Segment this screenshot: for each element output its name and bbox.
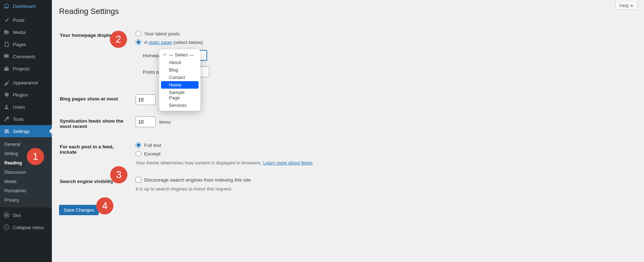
sidebar-label: Dashboard <box>13 4 36 9</box>
help-button[interactable]: Help▼ <box>615 1 638 10</box>
chevron-down-icon: ▼ <box>630 4 634 8</box>
save-changes-button[interactable]: Save Changes <box>59 205 99 215</box>
sidebar-label: Media <box>13 30 25 35</box>
tools-icon <box>3 115 10 123</box>
discourage-search-checkbox[interactable] <box>136 177 141 183</box>
sidebar-label: Users <box>13 104 25 110</box>
annotation-badge-2: 2 <box>110 31 127 48</box>
sidebar-label: Tools <box>13 117 24 122</box>
sidebar-item-media[interactable]: Media <box>0 26 52 38</box>
sidebar-label: Appearance <box>13 80 38 85</box>
comments-icon <box>3 53 10 60</box>
feed-description: Your theme determines how content is dis… <box>136 160 633 165</box>
pages-icon <box>3 41 10 48</box>
sidebar-item-divi[interactable]: Divi <box>0 209 52 221</box>
dashboard-icon <box>3 3 10 10</box>
field-label-blog-pages: Blog pages show at most <box>60 89 131 110</box>
sidebar-item-plugins[interactable]: Plugins <box>0 89 52 101</box>
radio-label-latest[interactable]: Your latest posts <box>144 31 180 36</box>
syndication-input[interactable] <box>136 117 156 127</box>
submenu-item-writing[interactable]: Writing <box>0 149 52 158</box>
syndication-suffix: items <box>159 119 171 125</box>
appearance-icon <box>3 79 10 86</box>
users-icon <box>3 103 10 110</box>
discourage-search-label[interactable]: Discourage search engines from indexing … <box>144 177 251 183</box>
sidebar-item-projects[interactable]: Projects <box>0 63 52 75</box>
field-label-feed-include: For each post in a feed, include <box>60 137 131 171</box>
sidebar-item-pages[interactable]: Pages <box>0 38 52 50</box>
sidebar-item-posts[interactable]: Posts <box>0 14 52 26</box>
field-label-syndication: Syndication feeds show the most recent <box>60 111 131 136</box>
submenu-item-media[interactable]: Media <box>0 177 52 186</box>
collapse-icon <box>3 224 10 231</box>
admin-sidebar: Dashboard Posts Media Pages Comments Pro… <box>0 0 52 262</box>
dropdown-option[interactable]: Services <box>161 102 199 109</box>
sidebar-label: Comments <box>13 54 35 59</box>
collapse-label: Collapse menu <box>13 225 44 230</box>
dropdown-option[interactable]: Contact <box>161 74 199 81</box>
sidebar-item-tools[interactable]: Tools <box>0 113 52 125</box>
sidebar-label: Plugins <box>13 92 28 98</box>
page-title: Reading Settings <box>59 4 637 18</box>
sidebar-label: Divi <box>13 213 21 218</box>
radio-static-page[interactable] <box>136 39 141 45</box>
dropdown-option[interactable]: About <box>161 59 199 66</box>
help-label: Help <box>619 3 629 8</box>
settings-form: Your homepage displays Your latest posts… <box>59 25 637 198</box>
radio-label-excerpt[interactable]: Excerpt <box>144 151 161 157</box>
submenu-item-privacy[interactable]: Privacy <box>0 196 52 205</box>
annotation-badge-1: 1 <box>27 148 44 165</box>
projects-icon <box>3 65 10 72</box>
dropdown-option[interactable]: Blog <box>161 66 199 74</box>
homepage-select-dropdown[interactable]: — Select —AboutBlogContactHomeSample Pag… <box>159 49 200 111</box>
dropdown-option[interactable]: — Select — <box>161 51 199 59</box>
search-engine-desc: It is up to search engines to honor this… <box>136 186 633 192</box>
radio-label-static[interactable]: A static page (select below) <box>144 40 203 45</box>
radio-label-full-text[interactable]: Full text <box>144 143 161 148</box>
divi-icon <box>3 212 10 219</box>
submenu-item-permalinks[interactable]: Permalinks <box>0 186 52 196</box>
radio-full-text[interactable] <box>136 142 141 148</box>
sidebar-label: Posts <box>13 18 25 23</box>
main-content: Help▼ Reading Settings Your homepage dis… <box>52 0 644 262</box>
settings-icon <box>3 128 10 135</box>
sidebar-item-settings[interactable]: Settings <box>0 125 52 137</box>
sidebar-item-users[interactable]: Users <box>0 101 52 113</box>
sidebar-item-comments[interactable]: Comments <box>0 50 52 63</box>
collapse-menu[interactable]: Collapse menu <box>0 221 52 233</box>
dropdown-option[interactable]: Sample Page <box>161 89 199 102</box>
annotation-badge-4: 4 <box>96 197 113 214</box>
radio-excerpt[interactable] <box>136 151 141 157</box>
dropdown-option[interactable]: Home <box>161 81 199 89</box>
sidebar-label: Projects <box>13 66 30 71</box>
submenu-item-general[interactable]: General <box>0 140 52 149</box>
media-icon <box>3 29 10 36</box>
learn-more-feeds-link[interactable]: Learn more about feeds <box>263 160 312 165</box>
blog-pages-input[interactable] <box>136 94 156 105</box>
radio-latest-posts[interactable] <box>136 31 141 36</box>
static-page-link[interactable]: static page <box>148 40 172 45</box>
submenu-item-discussion[interactable]: Discussion <box>0 168 52 177</box>
settings-submenu: General Writing Reading Discussion Media… <box>0 137 52 207</box>
pin-icon <box>3 16 10 24</box>
plugins-icon <box>3 91 10 98</box>
sidebar-label: Settings <box>13 129 30 134</box>
sidebar-item-dashboard[interactable]: Dashboard <box>0 0 52 12</box>
sidebar-label: Pages <box>13 42 26 47</box>
submenu-item-reading[interactable]: Reading <box>0 158 52 168</box>
annotation-badge-3: 3 <box>110 166 127 183</box>
sidebar-item-appearance[interactable]: Appearance <box>0 76 52 89</box>
